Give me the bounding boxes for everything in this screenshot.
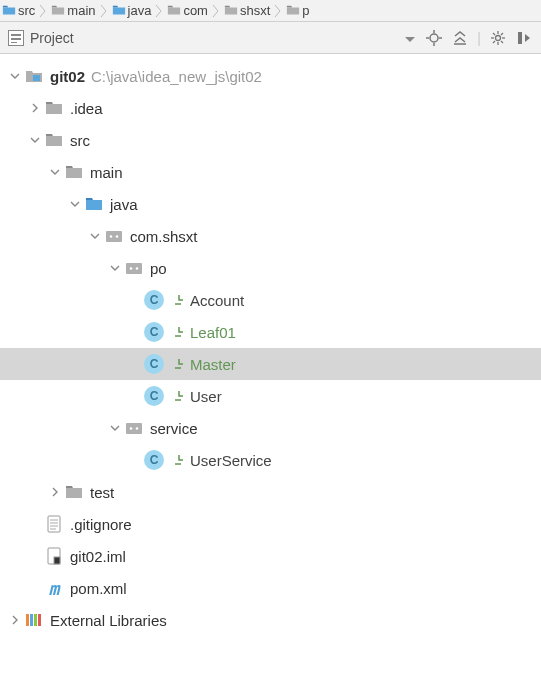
node-name: pom.xml [70, 580, 127, 597]
node-name: User [190, 388, 222, 405]
hide-icon[interactable] [515, 29, 533, 47]
breadcrumb-label: main [67, 3, 95, 18]
node-name: Account [190, 292, 244, 309]
node-name: service [150, 420, 198, 437]
svg-rect-2 [11, 42, 17, 43]
tree-node-src[interactable]: src [0, 124, 541, 156]
node-name: test [90, 484, 114, 501]
node-name: com.shsxt [130, 228, 198, 245]
svg-rect-1 [11, 38, 21, 40]
svg-point-21 [110, 235, 113, 238]
chevron-right-icon[interactable] [46, 483, 64, 501]
tree-node-service[interactable]: service [0, 412, 541, 444]
svg-rect-20 [106, 231, 122, 242]
breadcrumb-item[interactable]: main [47, 0, 99, 21]
locate-icon[interactable] [425, 29, 443, 47]
breadcrumb-item[interactable]: src [0, 0, 39, 21]
chevron-right-icon[interactable] [26, 99, 44, 117]
tree-node-class-account[interactable]: C Account [0, 284, 541, 316]
chevron-down-icon[interactable] [106, 259, 124, 277]
node-name: UserService [190, 452, 272, 469]
chevron-down-icon[interactable] [46, 163, 64, 181]
tree-node-idea[interactable]: .idea [0, 92, 541, 124]
tree-node-po[interactable]: po [0, 252, 541, 284]
svg-point-3 [430, 34, 438, 42]
chevron-down-icon[interactable] [66, 195, 84, 213]
tree-node-test[interactable]: test [0, 476, 541, 508]
svg-point-25 [136, 267, 139, 270]
breadcrumb-label: shsxt [240, 3, 270, 18]
tree-node-java[interactable]: java [0, 188, 541, 220]
svg-line-16 [493, 41, 495, 43]
text-file-icon [44, 514, 64, 534]
maven-file-icon: m [44, 578, 64, 598]
breadcrumb-item[interactable]: com [163, 0, 212, 21]
folder-icon [167, 4, 181, 18]
class-icon: C [144, 386, 164, 406]
iml-file-icon [44, 546, 64, 566]
folder-icon [44, 98, 64, 118]
package-icon [124, 258, 144, 278]
vcs-added-icon [172, 293, 186, 307]
tree-node-class-master[interactable]: C Master [0, 348, 541, 380]
collapse-all-icon[interactable] [451, 29, 469, 47]
tree-node-main[interactable]: main [0, 156, 541, 188]
folder-icon [286, 4, 300, 18]
tree-node-iml[interactable]: git02.iml [0, 540, 541, 572]
tree-node-class-user[interactable]: C User [0, 380, 541, 412]
svg-point-27 [130, 427, 133, 430]
tree-node-package[interactable]: com.shsxt [0, 220, 541, 252]
breadcrumb-label: src [18, 3, 35, 18]
svg-line-17 [501, 33, 503, 35]
svg-rect-29 [48, 516, 60, 532]
folder-icon [44, 130, 64, 150]
vcs-added-icon [172, 389, 186, 403]
chevron-down-icon[interactable] [106, 419, 124, 437]
chevron-right-icon[interactable] [6, 611, 24, 629]
breadcrumb-item[interactable]: p [282, 0, 313, 21]
svg-point-24 [130, 267, 133, 270]
node-name: po [150, 260, 167, 277]
package-icon [124, 418, 144, 438]
chevron-right-icon [212, 0, 220, 21]
tree-node-gitignore[interactable]: .gitignore [0, 508, 541, 540]
tree-node-class-userservice[interactable]: C UserService [0, 444, 541, 476]
svg-rect-0 [11, 34, 21, 36]
svg-rect-23 [126, 263, 142, 274]
dropdown-arrow-icon[interactable] [405, 30, 415, 46]
svg-rect-39 [38, 614, 41, 626]
vcs-added-icon [172, 453, 186, 467]
vcs-added-icon [172, 325, 186, 339]
tree-node-class-leaf01[interactable]: C Leaf01 [0, 316, 541, 348]
node-name: git02 [50, 68, 85, 85]
svg-rect-36 [26, 614, 29, 626]
folder-icon [64, 482, 84, 502]
node-name: src [70, 132, 90, 149]
tree-node-root[interactable]: git02 C:\java\idea_new_js\git02 [0, 60, 541, 92]
class-icon: C [144, 450, 164, 470]
toolwindow-title[interactable]: Project [30, 30, 74, 46]
tree-node-pom[interactable]: m pom.xml [0, 572, 541, 604]
node-name: git02.iml [70, 548, 126, 565]
tree-node-external-libraries[interactable]: External Libraries [0, 604, 541, 636]
project-tree[interactable]: git02 C:\java\idea_new_js\git02 .idea sr… [0, 54, 541, 636]
chevron-right-icon [274, 0, 282, 21]
svg-rect-35 [54, 557, 60, 564]
node-name: Master [190, 356, 236, 373]
breadcrumb-item[interactable]: java [108, 0, 156, 21]
vcs-added-icon [172, 357, 186, 371]
project-view-icon[interactable] [8, 30, 24, 46]
chevron-right-icon [100, 0, 108, 21]
node-name: main [90, 164, 123, 181]
gear-icon[interactable] [489, 29, 507, 47]
chevron-down-icon[interactable] [26, 131, 44, 149]
package-icon [104, 226, 124, 246]
library-icon [24, 610, 44, 630]
chevron-down-icon[interactable] [86, 227, 104, 245]
breadcrumb-item[interactable]: shsxt [220, 0, 274, 21]
svg-rect-37 [30, 614, 33, 626]
svg-rect-38 [34, 614, 37, 626]
chevron-down-icon[interactable] [6, 67, 24, 85]
class-icon: C [144, 290, 164, 310]
breadcrumb-label: p [302, 3, 309, 18]
